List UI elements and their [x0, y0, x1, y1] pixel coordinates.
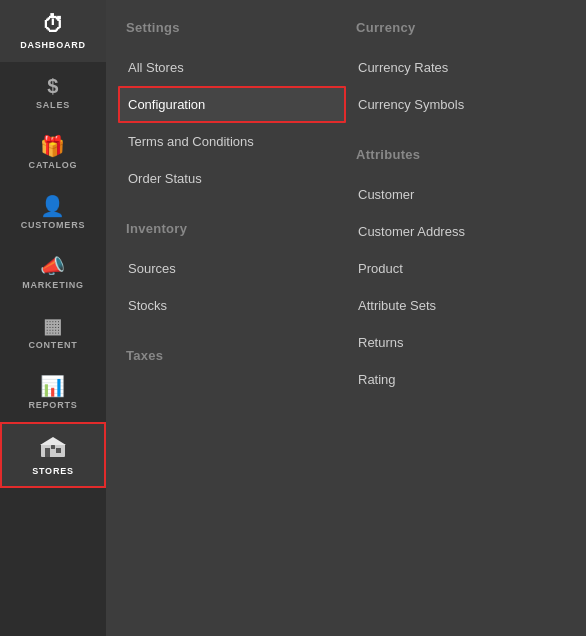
svg-rect-2 [56, 448, 61, 453]
configuration-link[interactable]: Configuration [118, 86, 346, 123]
settings-title: Settings [126, 20, 346, 35]
rating-link[interactable]: Rating [348, 361, 576, 398]
stocks-link[interactable]: Stocks [118, 287, 346, 324]
content-icon: ▦ [43, 316, 63, 336]
dashboard-icon: ⏱ [42, 14, 65, 36]
sidebar-item-label: REPORTS [28, 400, 77, 410]
sales-icon: $ [47, 76, 59, 96]
customers-icon: 👤 [40, 196, 66, 216]
sidebar-item-marketing[interactable]: 📣 MARKETING [0, 242, 106, 302]
customer-attr-link[interactable]: Customer [348, 176, 576, 213]
sidebar: ⏱ DASHBOARD $ SALES 🎁 CATALOG 👤 CUSTOMER… [0, 0, 106, 636]
currency-section: Currency Currency Rates Currency Symbols [356, 20, 576, 123]
terms-conditions-link[interactable]: Terms and Conditions [118, 123, 346, 160]
settings-section: Settings All Stores Configuration Terms … [126, 20, 346, 197]
reports-icon: 📊 [40, 376, 66, 396]
sidebar-item-label: STORES [32, 466, 74, 476]
taxes-section: Taxes [126, 348, 346, 377]
sidebar-item-label: DASHBOARD [20, 40, 86, 50]
main-content: Settings All Stores Configuration Terms … [106, 0, 586, 636]
sidebar-item-stores[interactable]: STORES [0, 422, 106, 488]
catalog-icon: 🎁 [40, 136, 66, 156]
sidebar-item-customers[interactable]: 👤 CUSTOMERS [0, 182, 106, 242]
returns-link[interactable]: Returns [348, 324, 576, 361]
currency-title: Currency [356, 20, 576, 35]
all-stores-link[interactable]: All Stores [118, 49, 346, 86]
sidebar-item-label: CONTENT [28, 340, 77, 350]
order-status-link[interactable]: Order Status [118, 160, 346, 197]
attribute-sets-link[interactable]: Attribute Sets [348, 287, 576, 324]
left-column: Settings All Stores Configuration Terms … [126, 20, 356, 616]
svg-marker-3 [40, 437, 66, 445]
inventory-section: Inventory Sources Stocks [126, 221, 346, 324]
customer-address-attr-link[interactable]: Customer Address [348, 213, 576, 250]
sources-link[interactable]: Sources [118, 250, 346, 287]
sidebar-item-reports[interactable]: 📊 REPORTS [0, 362, 106, 422]
currency-rates-link[interactable]: Currency Rates [348, 49, 576, 86]
sidebar-item-content[interactable]: ▦ CONTENT [0, 302, 106, 362]
sidebar-item-label: MARKETING [22, 280, 84, 290]
currency-symbols-link[interactable]: Currency Symbols [348, 86, 576, 123]
sidebar-item-label: CUSTOMERS [21, 220, 86, 230]
attributes-title: Attributes [356, 147, 576, 162]
product-attr-link[interactable]: Product [348, 250, 576, 287]
sidebar-item-dashboard[interactable]: ⏱ DASHBOARD [0, 0, 106, 62]
taxes-title: Taxes [126, 348, 346, 363]
svg-rect-1 [45, 448, 50, 457]
svg-rect-4 [51, 445, 55, 449]
marketing-icon: 📣 [40, 256, 66, 276]
sidebar-item-label: SALES [36, 100, 70, 110]
sidebar-item-sales[interactable]: $ SALES [0, 62, 106, 122]
sidebar-item-catalog[interactable]: 🎁 CATALOG [0, 122, 106, 182]
attributes-section: Attributes Customer Customer Address Pro… [356, 147, 576, 398]
sidebar-item-label: CATALOG [29, 160, 78, 170]
inventory-title: Inventory [126, 221, 346, 236]
stores-icon [40, 436, 66, 462]
right-column: Currency Currency Rates Currency Symbols… [356, 20, 586, 616]
